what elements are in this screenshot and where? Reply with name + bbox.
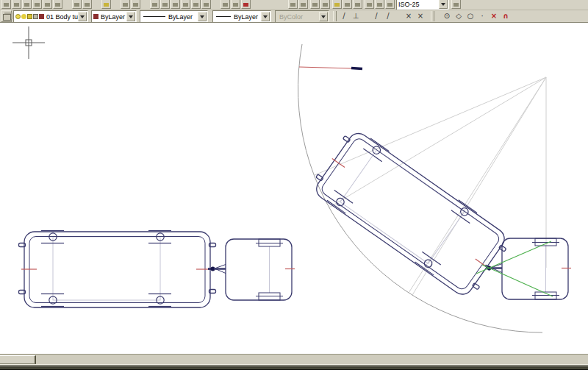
cad-application-window: ISO-25 01 Body tub ByLayer [0,0,588,370]
trailer-straight [214,239,295,300]
snap-node-icon[interactable]: · [476,10,488,22]
dimension-button-cropped[interactable] [385,0,395,9]
toolbar-button-cropped[interactable] [12,0,21,9]
toolbar-button-cropped[interactable] [231,0,240,9]
dimension-style-dialog-button[interactable] [451,0,461,9]
toolbar-button-cropped[interactable] [241,0,251,9]
linetype-control-combo[interactable]: ByLayer [140,10,208,23]
radius-marker-line [299,67,362,69]
toolbar-bottom-edge [0,22,588,23]
layer-lock-icon[interactable] [33,14,38,19]
layer-thaw-sun-icon[interactable] [21,14,26,19]
dimension-button-cropped[interactable] [310,0,320,9]
snap-tangent-icon[interactable]: / [370,10,382,22]
snap-none-icon[interactable]: × [488,10,500,22]
dimension-style-value: ISO-25 [398,1,420,8]
dimension-button-cropped[interactable] [288,0,298,9]
toolbar-button-cropped[interactable] [150,0,159,9]
toolbar-grip[interactable] [431,11,434,21]
dimension-button-cropped[interactable] [332,0,342,9]
toolbar-button-cropped[interactable] [1,0,11,9]
construction-lines [315,77,546,295]
snap-insert-icon[interactable]: ○ [465,10,476,22]
current-linetype-value: ByLayer [168,13,193,21]
dimension-button-cropped[interactable] [365,0,374,9]
plot-style-control-combo: ByColor [275,10,329,23]
current-color-value: ByLayer [101,13,125,21]
layers-icon [3,14,11,21]
osnap-settings-magnet-icon[interactable]: ∩ [500,10,512,22]
toolbar-button-cropped[interactable] [220,0,230,9]
chevron-down-icon[interactable] [198,12,207,21]
toolbar-button-cropped[interactable] [160,0,170,9]
chevron-down-icon[interactable] [439,0,448,9]
current-color-chip [93,14,98,19]
snap-intersection-icon[interactable]: × [403,10,415,22]
snap-quadrant-icon[interactable]: ◇ [453,10,465,22]
layer-control-combo[interactable]: 01 Body tub [13,10,88,23]
toolbar-button-cropped[interactable] [22,0,32,9]
toolbar-button-cropped[interactable] [43,0,52,9]
dimension-button-cropped[interactable] [298,0,308,9]
car-straight [19,231,216,308]
toolbar-button-cropped[interactable] [171,0,180,9]
snap-parallel-icon[interactable]: / [382,10,394,22]
scrollbar-thumb[interactable] [0,355,36,364]
current-plot-style-value: ByColor [279,13,303,21]
dimension-style-combo[interactable]: ISO-25 [396,0,449,10]
toolbar-button-cropped[interactable] [191,0,201,9]
toolbar-button-cropped[interactable] [72,0,82,9]
crosshair-cursor [12,26,45,59]
toolbar-button-cropped[interactable] [181,0,190,9]
chevron-down-icon[interactable] [78,12,87,21]
lineweight-control-combo[interactable]: ByLayer [212,10,271,23]
toolbar-area: ISO-25 01 Body tub ByLayer [0,0,588,23]
current-layer-name: 01 Body tub [46,13,82,21]
toolbar-button-cropped[interactable] [82,0,92,9]
horizontal-scrollbar[interactable] [0,354,588,364]
color-control-combo[interactable]: ByLayer [91,10,137,23]
temporary-track-point-icon[interactable]: / [338,10,350,22]
toolbar-button-cropped[interactable] [201,0,211,9]
current-lineweight-value: ByLayer [234,13,258,21]
chevron-down-icon[interactable] [261,12,270,21]
dimension-button-cropped[interactable] [343,0,352,9]
dimension-button-cropped[interactable] [320,0,330,9]
trailer-rotated [490,238,571,299]
turning-circle-arc [298,44,542,332]
toolbar-grip[interactable] [333,11,337,21]
lineweight-sample-line [216,16,231,17]
layer-viewport-freeze-icon[interactable] [27,14,32,19]
linetype-sample-line [143,16,165,17]
layers-dialog-button[interactable] [1,10,12,22]
trailer-swing-clearance-lines [476,241,553,296]
toolbar-button-cropped[interactable] [53,0,62,9]
dimension-button-cropped[interactable] [375,0,384,9]
snap-from-icon[interactable]: ⊥ [350,10,362,22]
car-rotated [308,125,513,301]
chevron-down-icon[interactable] [126,12,135,21]
toolbar-button-cropped[interactable] [32,0,42,9]
drawing-canvas[interactable] [0,0,588,354]
snap-apparent-intersection-icon[interactable]: × [415,10,426,22]
toolbar-button-cropped[interactable] [121,0,130,9]
layer-color-chip [39,14,44,19]
toolbar-button-cropped[interactable] [101,0,111,9]
chevron-down-icon [319,12,328,21]
dimension-button-cropped[interactable] [353,0,362,9]
command-window-top-edge [0,364,588,370]
snap-center-icon[interactable]: ⊙ [441,10,453,22]
toolbar-button-cropped[interactable] [131,0,140,9]
layer-on-bulb-icon[interactable] [15,14,21,19]
